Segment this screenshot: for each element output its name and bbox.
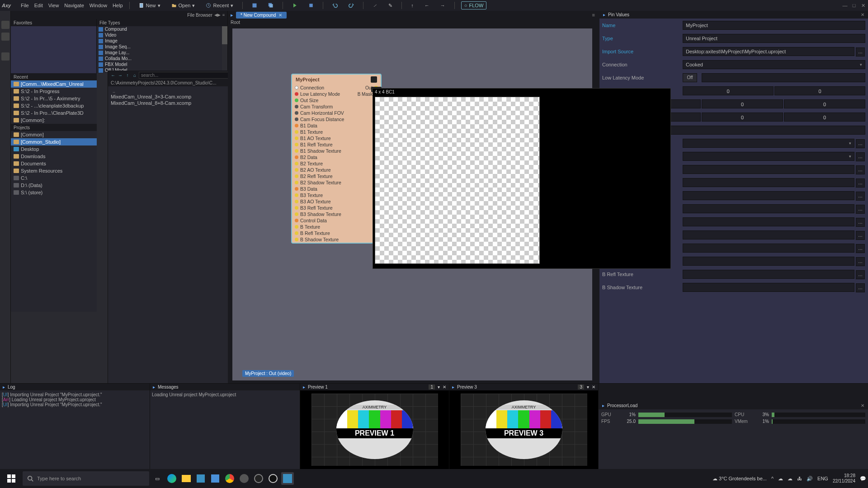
- notifications-icon[interactable]: 💬: [860, 476, 866, 482]
- preview-1-body[interactable]: AXIMMETRY PREVIEW 1: [300, 390, 449, 469]
- project-item[interactable]: Desktop: [11, 145, 97, 153]
- preview-3-body[interactable]: AXIMMETRY PREVIEW 3: [449, 390, 598, 469]
- compound-node[interactable]: MyProject Out ConnectionOut Low Latency …: [291, 74, 382, 244]
- recent-item[interactable]: S:\2 - In Pro...\CleanPlate3D: [11, 109, 97, 117]
- project-item[interactable]: S:\ (store): [11, 189, 97, 196]
- network-icon[interactable]: 🖧: [797, 476, 802, 481]
- project-item[interactable]: C:\: [11, 174, 97, 182]
- taskbar-search[interactable]: Type here to search: [23, 471, 149, 486]
- volume-icon[interactable]: 🔊: [807, 476, 813, 482]
- menu-edit[interactable]: Edit: [34, 3, 43, 8]
- tab-close-icon[interactable]: ✕: [278, 13, 282, 18]
- edge-icon[interactable]: [165, 472, 178, 485]
- minimize-icon[interactable]: —: [842, 3, 848, 9]
- start-button[interactable]: [2, 469, 21, 488]
- compound-tab[interactable]: * New Compound✕: [236, 12, 287, 19]
- project-item[interactable]: [Common]: [11, 131, 97, 138]
- project-item[interactable]: D:\ (Data): [11, 182, 97, 189]
- nav-fwd-icon[interactable]: →: [438, 2, 448, 9]
- node-gear-icon[interactable]: [371, 76, 377, 83]
- file-type-item[interactable]: Collada Mo...: [97, 56, 227, 61]
- lang-indicator[interactable]: ENG: [817, 476, 828, 481]
- browse-button[interactable]: …: [856, 47, 865, 56]
- mail-icon[interactable]: [209, 472, 222, 485]
- project-item[interactable]: Downloads: [11, 153, 97, 160]
- expand-icon[interactable]: ▸: [153, 385, 155, 389]
- explorer-icon[interactable]: [180, 472, 193, 485]
- file-up[interactable]: ..: [111, 88, 236, 94]
- menu-icon[interactable]: ≡: [222, 13, 225, 17]
- tab-chev-icon[interactable]: ▸: [229, 12, 235, 18]
- project-item[interactable]: Documents: [11, 160, 97, 167]
- dock-icon-2[interactable]: [1, 33, 9, 41]
- recent-item[interactable]: S:\2 - ...\cleanplate3dbackup: [11, 102, 97, 109]
- task-view-icon[interactable]: ▭: [151, 472, 164, 485]
- fwd-icon[interactable]: →: [117, 72, 123, 78]
- file-item[interactable]: MixedCam_Unreal_3+3-Cam.xcomp: [111, 94, 236, 100]
- project-item[interactable]: System Resources: [11, 167, 97, 174]
- flow-button[interactable]: ○ FLOW: [461, 1, 486, 9]
- tab-menu-icon[interactable]: ≡: [590, 12, 597, 18]
- chrome-icon[interactable]: [223, 472, 236, 485]
- recent-button[interactable]: Recent ▾: [203, 2, 236, 9]
- connection-combo[interactable]: Cooked: [683, 60, 865, 69]
- name-field[interactable]: MyProject: [683, 21, 865, 30]
- file-type-item[interactable]: Image: [97, 38, 227, 44]
- app-icon-2[interactable]: [252, 472, 265, 485]
- outsize-y[interactable]: 0: [774, 86, 865, 95]
- redo-icon[interactable]: [346, 2, 357, 9]
- unreal-icon[interactable]: [267, 472, 279, 485]
- import-field[interactable]: Desktop:axitest\MyProject\MyProject.upro…: [683, 47, 854, 56]
- menu-file[interactable]: File: [21, 3, 29, 8]
- tool-icon-b[interactable]: ✎: [386, 2, 395, 9]
- maximize-icon[interactable]: □: [851, 3, 857, 9]
- undo-icon[interactable]: [330, 2, 340, 9]
- tool-icon-a[interactable]: ⟋: [370, 2, 380, 9]
- file-item[interactable]: MixedCam_Unreal_8+8-Cam.xcomp: [111, 100, 236, 106]
- tray-chevron-icon[interactable]: ^: [771, 476, 774, 481]
- panel-close-icon[interactable]: ✕: [861, 12, 864, 17]
- file-type-item[interactable]: Video: [97, 32, 227, 38]
- file-type-item[interactable]: Compound: [97, 26, 227, 32]
- stop-icon[interactable]: [306, 2, 316, 9]
- expand-icon[interactable]: ▸: [3, 385, 5, 389]
- back-icon[interactable]: ←: [110, 72, 116, 78]
- menu-help[interactable]: Help: [113, 3, 123, 8]
- menu-window[interactable]: Window: [90, 3, 107, 8]
- scrollbar[interactable]: [222, 26, 227, 73]
- dock-icon-3[interactable]: [1, 52, 9, 61]
- nav-back-icon[interactable]: ←: [422, 2, 432, 9]
- recent-item[interactable]: [Common]:: [11, 117, 97, 124]
- file-type-item[interactable]: Image Lay...: [97, 50, 227, 56]
- store-icon[interactable]: [194, 472, 207, 485]
- close-icon[interactable]: ✕: [860, 3, 866, 9]
- file-type-item[interactable]: Image Seq...: [97, 44, 227, 50]
- dock-icon-1[interactable]: [1, 21, 9, 29]
- node-canvas[interactable]: MyProject Out ConnectionOut Low Latency …: [228, 26, 597, 383]
- recent-item[interactable]: S:\2 - In Progress: [11, 88, 97, 95]
- save-all-icon[interactable]: [265, 2, 276, 9]
- recent-item[interactable]: S:\2 - In Pr...\5 - Aximmetry: [11, 95, 97, 102]
- search-input[interactable]: [139, 72, 228, 79]
- aximmetry-icon[interactable]: [281, 472, 294, 485]
- app-icon-1[interactable]: [238, 472, 250, 485]
- home-icon[interactable]: ⌂: [132, 72, 138, 78]
- onedrive-icon[interactable]: ☁: [788, 476, 793, 482]
- menu-navigate[interactable]: Navigate: [64, 3, 84, 8]
- up-icon[interactable]: ↑: [124, 72, 131, 78]
- recent-item[interactable]: [Comm...\MixedCam_Unreal: [11, 80, 97, 88]
- new-button[interactable]: New ▾: [136, 2, 163, 9]
- off-toggle[interactable]: Off: [683, 73, 697, 82]
- outsize-x[interactable]: 0: [683, 86, 774, 95]
- tray-icon[interactable]: ☁: [778, 476, 783, 482]
- menu-view[interactable]: View: [48, 3, 59, 8]
- file-type-item[interactable]: FBX Model: [97, 61, 227, 67]
- open-button[interactable]: Open ▾: [169, 2, 198, 9]
- save-icon[interactable]: [249, 2, 260, 9]
- nav-up-icon[interactable]: ↑: [408, 2, 416, 9]
- project-item[interactable]: [Common_Studio]: [11, 138, 97, 145]
- weather-widget[interactable]: ☁ 3°C Grotendeels be...: [712, 476, 767, 482]
- expand-icon[interactable]: ▸: [603, 12, 605, 17]
- collapse-icon[interactable]: ◀▶: [214, 13, 221, 17]
- play-icon[interactable]: [289, 2, 300, 9]
